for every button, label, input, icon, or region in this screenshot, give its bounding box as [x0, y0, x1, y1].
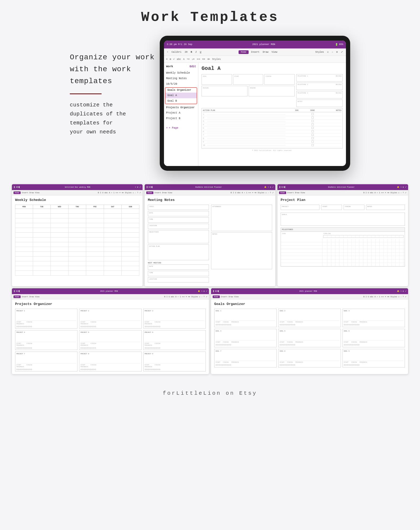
underline-btn[interactable]: U — [199, 51, 202, 54]
ss-home-tab[interactable]: Home — [13, 191, 21, 194]
project-progress — [16, 369, 76, 370]
progress-dot — [355, 364, 356, 366]
ss-battery: ▐ 48%▌ — [13, 186, 20, 188]
progress-dot — [151, 369, 152, 370]
timeline-col: TIMELINE — [323, 233, 404, 238]
bold-btn[interactable]: B — [190, 51, 193, 54]
back-btn[interactable]: ‹ — [166, 51, 169, 54]
goal-cell-footer: STARTFINISHPROGRESS — [344, 320, 404, 325]
sidebar-item-meeting-notes[interactable]: Meeting Notes — [164, 76, 198, 81]
gantt-cell — [392, 256, 396, 259]
gantt-cell — [387, 263, 391, 266]
gantt-cell — [327, 259, 331, 263]
progress-dot — [84, 369, 85, 370]
add-page-btn[interactable]: + + Page — [164, 121, 198, 131]
gantt-cell — [323, 253, 327, 256]
ss-home-tab-go[interactable]: Home — [213, 295, 220, 298]
nav-icon-10[interactable]: ⊲⊳ — [207, 58, 210, 61]
font-size[interactable]: 20 — [184, 51, 188, 54]
action-rows: 1 2 3 — [203, 113, 341, 147]
progress-dot — [216, 324, 217, 325]
pp-project: PROJECT — [281, 205, 319, 210]
progress-dot — [157, 326, 159, 327]
gantt-task-label — [282, 242, 322, 245]
notes-field: NOTES — [296, 100, 343, 107]
checkbox-btn[interactable]: ☑ — [326, 50, 329, 54]
sidebar-item-goal-a[interactable]: Goal A — [165, 93, 197, 98]
pp-goals: GOALS — [281, 213, 405, 226]
ss-home-tab-po[interactable]: Home — [13, 295, 21, 298]
nav-icon-8[interactable]: ⟺ — [197, 58, 200, 61]
weekly-cell — [104, 266, 122, 271]
styles-btn[interactable]: Styles — [314, 51, 325, 54]
gantt-cell — [351, 246, 355, 249]
date-field: DATE — [148, 211, 209, 216]
progress-dot — [18, 326, 19, 327]
view-tab[interactable]: View — [271, 51, 278, 54]
ss-home-tab-pp[interactable]: Home — [279, 191, 286, 194]
progress-dot — [16, 326, 18, 327]
gantt-cell — [363, 246, 367, 249]
progress-dot — [18, 369, 19, 370]
gantt-cell — [339, 239, 343, 242]
nav-icon-4[interactable]: abc — [177, 58, 181, 61]
weekly-cell — [86, 214, 104, 218]
font-name[interactable]: Calibri — [171, 51, 182, 54]
nav-icon-7[interactable]: ₁≡ — [192, 58, 195, 61]
next-meeting: NEXT MEETING DATE TIME LOCATION — [148, 262, 209, 282]
settings-btn[interactable]: ⚙ — [336, 50, 339, 54]
sidebar-section-projects: Projects Organizer — [164, 105, 198, 110]
ss-icons-po: 🔔 ⬆ ⚙ ⤢ — [198, 290, 207, 292]
ss-home-tab-m[interactable]: Home — [146, 191, 153, 194]
col-wed: WED — [51, 205, 69, 209]
screenshots-row-2: ▐ 81%▌ 2021 planner MON 🔔 ⬆ ⚙ ⤢ Home Ins… — [12, 288, 408, 374]
progress-dot — [85, 347, 86, 349]
nav-icon-2[interactable]: ⊞ — [170, 58, 171, 61]
draw-tab[interactable]: Draw — [262, 51, 269, 54]
gantt-cell — [372, 256, 376, 259]
weekly-cell — [122, 261, 139, 266]
gantt-cell — [396, 263, 400, 266]
progress-dot — [24, 347, 26, 349]
meeting-left: TOPIC DATE TIME LOCATION OBJECTIVES ACTI… — [148, 205, 209, 284]
progress-dot — [227, 324, 228, 325]
gantt-cell — [359, 256, 363, 259]
progress-dot — [286, 364, 287, 366]
progress-dot — [227, 344, 228, 345]
ss-other-tabs-po: Insert Draw View — [22, 296, 39, 298]
gantt-cell — [384, 259, 387, 263]
sidebar-item-project-a[interactable]: Project A — [164, 110, 198, 116]
tablet-sidebar[interactable]: Work Edit Weekly Schedule Meeting Notes … — [164, 63, 198, 166]
sidebar-edit-link[interactable]: Edit — [190, 65, 196, 68]
expand-btn[interactable]: ⤢ — [340, 50, 344, 54]
nav-icon-6[interactable]: •≡ — [187, 58, 190, 61]
progress-dot — [287, 324, 289, 325]
sidebar-item-weekly-schedule[interactable]: Weekly Schedule — [164, 70, 198, 76]
gantt-task-label — [282, 259, 322, 263]
progress-dot — [145, 347, 146, 349]
insert-tab[interactable]: Insert — [250, 51, 260, 54]
progress-dot — [230, 324, 231, 325]
weekly-cell — [86, 233, 104, 237]
screenshot-projects-org: ▐ 81%▌ 2021 planner MON 🔔 ⬆ ⚙ ⤢ Home Ins… — [12, 288, 209, 374]
weekly-cell — [86, 261, 104, 266]
action-row: 6 — [203, 130, 341, 133]
sidebar-item-date[interactable]: 10/5/20 — [164, 81, 198, 87]
nav-icon-5[interactable]: A — [183, 58, 184, 61]
nav-icon-9[interactable]: ≡≡ — [202, 58, 205, 61]
nav-icon-3[interactable]: ↩ — [173, 58, 175, 61]
progress-dot — [347, 324, 348, 325]
italic-btn[interactable]: I — [194, 51, 197, 54]
star-btn[interactable]: ☆ — [331, 50, 334, 54]
nav-icon-1[interactable]: ≡ — [166, 58, 167, 61]
home-tab[interactable]: Home — [239, 50, 249, 54]
sidebar-item-goal-b[interactable]: Goal B — [165, 98, 197, 104]
weekly-cell — [33, 233, 51, 237]
ss-format-icons: B I U abc A • 1 ⟺ ≡ ⊲⊳ Styles ☑ ☆ ? ⤢ — [98, 192, 141, 194]
sidebar-item-project-b[interactable]: Project B — [164, 116, 198, 121]
gantt-cell — [384, 256, 387, 259]
gantt-cell — [392, 253, 396, 256]
gantt-cell — [339, 263, 343, 266]
styles-icon[interactable]: Styles — [212, 58, 221, 61]
ss-icons-go: 🔔 ⬆ ⚙ ⤢ — [397, 290, 407, 292]
